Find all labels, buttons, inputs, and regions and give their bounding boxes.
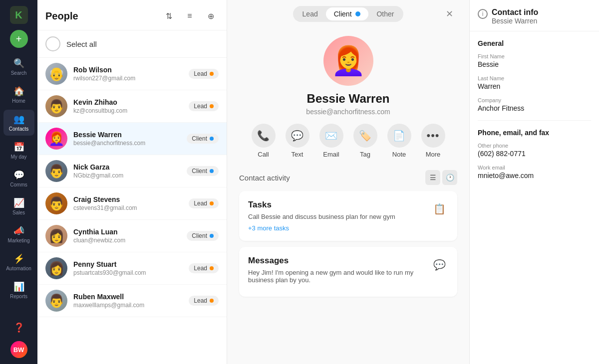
contact-info-ruben: Ruben Maxwell maxwelllamps@gmail.com xyxy=(73,293,183,309)
contact-email-ruben: maxwelllamps@gmail.com xyxy=(73,302,183,309)
email-button[interactable]: ✉️ Email xyxy=(319,124,343,158)
user-avatar[interactable]: BW xyxy=(10,341,27,358)
status-badge-nick: Client xyxy=(187,166,219,176)
status-dot-nick xyxy=(210,169,214,173)
status-badge-kevin: Lead xyxy=(189,101,219,111)
add-contact-button[interactable]: ⊕ xyxy=(203,8,219,24)
more-button[interactable]: ••• More xyxy=(421,124,445,158)
tag-button[interactable]: 🏷️ Tag xyxy=(353,124,377,158)
call-button[interactable]: 📞 Call xyxy=(252,124,276,158)
sidebar-item-contacts[interactable]: 👥 Contacts xyxy=(3,110,34,136)
contact-name-nick: Nick Garza xyxy=(73,163,181,171)
messages-icon: 💬 xyxy=(430,256,448,274)
last-name-label: Last Name xyxy=(478,75,591,81)
select-all-row: Select all xyxy=(37,30,227,58)
main-content: Lead Client Other ✕ 👩‍🦰 Bessie Warren be… xyxy=(227,0,469,364)
first-name-label: First Name xyxy=(478,53,591,59)
first-name-value: Bessie xyxy=(478,60,591,68)
contact-item-craig[interactable]: 👨 Craig Stevens cstevens31@gmail.com Lea… xyxy=(37,187,227,220)
sales-icon: 📈 xyxy=(13,197,24,208)
contact-info-bessie: Bessie Warren bessie@anchorfitness.com xyxy=(73,131,181,147)
sidebar-item-help[interactable]: ❓ xyxy=(3,318,34,337)
select-all-checkbox[interactable] xyxy=(45,36,60,51)
sidebar-item-reports[interactable]: 📊 Reports xyxy=(3,277,34,303)
contact-avatar-bessie: 👩‍🦰 xyxy=(45,128,67,150)
filter-button[interactable]: ≡ xyxy=(182,8,198,24)
sidebar-item-comms[interactable]: 💬 Comms xyxy=(3,166,34,191)
contact-email-kevin: kz@consultbug.com xyxy=(73,107,183,114)
list-view-button[interactable]: ☰ xyxy=(425,170,440,185)
company-field: Company Anchor Fitness xyxy=(478,97,591,112)
sidebar-item-automation[interactable]: ⚡ Automation xyxy=(3,249,34,275)
contact-info-rob: Rob Wilson rwilson227@gmail.com xyxy=(73,66,183,82)
app-logo: K xyxy=(10,6,28,24)
tasks-more-link[interactable]: +3 more tasks xyxy=(248,224,430,232)
status-dot-cynthia xyxy=(210,234,214,238)
contact-info-penny: Penny Stuart pstuartcats930@gmail.com xyxy=(73,260,183,276)
status-badge-craig: Lead xyxy=(189,198,219,208)
profile-photo: 👩‍🦰 xyxy=(323,36,373,86)
contact-info-cynthia: Cynthia Luan cluan@newbiz.com xyxy=(73,228,181,244)
activity-header: Contact activity ☰ 🕐 xyxy=(239,170,457,185)
action-buttons: 📞 Call 💬 Text ✉️ Email 🏷️ Tag 📄 Note ••• xyxy=(252,124,445,158)
company-label: Company xyxy=(478,97,591,103)
contact-info-nick: Nick Garza NGbiz@gmail.com xyxy=(73,163,181,179)
sidebar: K + 🔍 Search 🏠 Home 👥 Contacts 📅 My day … xyxy=(0,0,37,364)
sidebar-item-sales[interactable]: 📈 Sales xyxy=(3,193,34,219)
right-panel: i Contact info Bessie Warren General Fir… xyxy=(469,0,599,364)
contact-item-cynthia[interactable]: 👩 Cynthia Luan cluan@newbiz.com Client xyxy=(37,220,227,252)
status-dot-penny xyxy=(210,266,214,270)
contact-item-penny[interactable]: 👩 Penny Stuart pstuartcats930@gmail.com … xyxy=(37,252,227,285)
profile-section: 👩‍🦰 Bessie Warren bessie@anchorfitness.c… xyxy=(227,28,469,170)
company-value: Anchor Fitness xyxy=(478,104,591,112)
contact-avatar-ruben: 👨 xyxy=(45,290,67,312)
toggle-lead[interactable]: Lead xyxy=(295,7,326,20)
sidebar-item-marketing[interactable]: 📣 Marketing xyxy=(3,221,34,247)
status-badge-penny: Lead xyxy=(189,263,219,273)
people-header: People ⇅ ≡ ⊕ xyxy=(37,0,227,30)
messages-card: Messages Hey Jim! I'm opening a new gym … xyxy=(239,247,457,297)
contact-item-rob[interactable]: 👴 Rob Wilson rwilson227@gmail.com Lead xyxy=(37,58,227,90)
contact-item-nick[interactable]: 👨 Nick Garza NGbiz@gmail.com Client xyxy=(37,155,227,187)
right-panel-header: i Contact info Bessie Warren xyxy=(470,0,599,31)
status-dot-bessie xyxy=(210,137,214,141)
right-panel-subtitle: Bessie Warren xyxy=(492,17,538,25)
toggle-other[interactable]: Other xyxy=(368,7,402,20)
tasks-card: Tasks Call Bessie and discuss business p… xyxy=(239,191,457,241)
status-toggle: Lead Client Other xyxy=(293,6,404,22)
sidebar-item-search[interactable]: 🔍 Search xyxy=(3,54,34,80)
toggle-client[interactable]: Client xyxy=(326,7,369,20)
contact-email-craig: cstevens31@gmail.com xyxy=(73,204,183,211)
section-divider xyxy=(478,120,591,121)
contact-item-bessie[interactable]: 👩‍🦰 Bessie Warren bessie@anchorfitness.c… xyxy=(37,123,227,155)
note-button[interactable]: 📄 Note xyxy=(387,124,411,158)
email-icon: ✉️ xyxy=(319,124,343,148)
contact-avatar-nick: 👨 xyxy=(45,160,67,182)
sort-button[interactable]: ⇅ xyxy=(161,8,177,24)
other-phone-label: Other phone xyxy=(478,143,591,149)
text-icon: 💬 xyxy=(286,124,309,148)
profile-email: bessie@anchorfitness.com xyxy=(306,108,390,116)
sidebar-item-myday[interactable]: 📅 My day xyxy=(3,138,34,164)
other-phone-field: Other phone (602) 882-0771 xyxy=(478,143,591,158)
sidebar-item-home[interactable]: 🏠 Home xyxy=(3,82,34,108)
comms-icon: 💬 xyxy=(13,170,24,181)
contact-item-ruben[interactable]: 👨 Ruben Maxwell maxwelllamps@gmail.com L… xyxy=(37,285,227,317)
profile-name: Bessie Warren xyxy=(307,92,390,106)
contact-info-kevin: Kevin Zhihao kz@consultbug.com xyxy=(73,98,183,114)
contact-item-kevin[interactable]: 👨 Kevin Zhihao kz@consultbug.com Lead xyxy=(37,90,227,123)
status-dot-rob xyxy=(210,72,214,76)
close-button[interactable]: ✕ xyxy=(441,6,457,22)
people-panel: People ⇅ ≡ ⊕ Select all 👴 Rob Wilson rwi… xyxy=(37,0,227,364)
home-icon: 🏠 xyxy=(13,86,24,97)
contact-name-kevin: Kevin Zhihao xyxy=(73,98,183,106)
other-phone-value: (602) 882-0771 xyxy=(478,150,591,158)
tasks-card-content: Tasks Call Bessie and discuss business p… xyxy=(248,200,430,232)
contact-name-penny: Penny Stuart xyxy=(73,260,183,268)
contact-avatar-craig: 👨 xyxy=(45,192,67,214)
add-button[interactable]: + xyxy=(10,30,28,48)
text-button[interactable]: 💬 Text xyxy=(286,124,309,158)
clock-view-button[interactable]: 🕐 xyxy=(442,170,457,185)
people-title: People xyxy=(45,10,156,22)
select-all-label: Select all xyxy=(66,40,97,48)
